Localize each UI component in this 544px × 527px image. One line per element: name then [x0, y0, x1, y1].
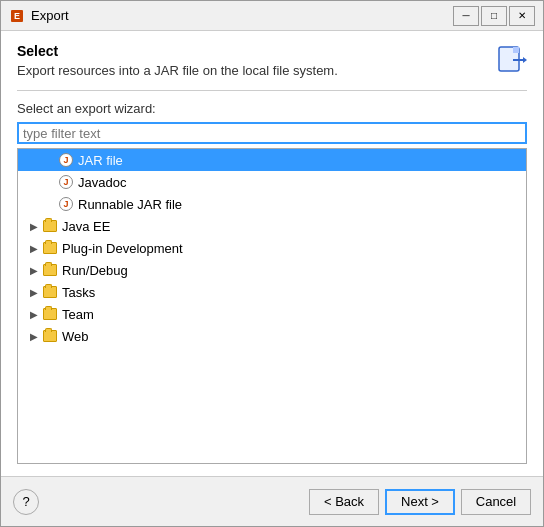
tree-item-rundebug[interactable]: ▶ Run/Debug	[18, 259, 526, 281]
header-text: Select Export resources into a JAR file …	[17, 43, 527, 90]
tree-label-rundebug: Run/Debug	[62, 263, 128, 278]
tree-item-team[interactable]: ▶ Team	[18, 303, 526, 325]
tree-label-javaee: Java EE	[62, 219, 110, 234]
tree-item-plugin[interactable]: ▶ Plug-in Development	[18, 237, 526, 259]
tree-label-team: Team	[62, 307, 94, 322]
expand-placeholder-runnable	[42, 196, 58, 212]
header-icon-area	[495, 43, 527, 75]
runnable-jar-icon: J	[58, 196, 74, 212]
header-separator	[17, 90, 527, 91]
tree-label-web: Web	[62, 329, 89, 344]
next-button[interactable]: Next >	[385, 489, 455, 515]
svg-rect-4	[513, 59, 523, 61]
jar-icon: J	[58, 152, 74, 168]
svg-text:E: E	[14, 11, 20, 21]
close-button[interactable]: ✕	[509, 6, 535, 26]
tree-label-jar: JAR file	[78, 153, 123, 168]
plugin-folder-icon	[42, 240, 58, 256]
web-folder-icon	[42, 328, 58, 344]
tree-item-javaee[interactable]: ▶ Java EE	[18, 215, 526, 237]
expand-placeholder-jar	[42, 152, 58, 168]
page-description: Export resources into a JAR file on the …	[17, 63, 527, 78]
maximize-button[interactable]: □	[481, 6, 507, 26]
help-button[interactable]: ?	[13, 489, 39, 515]
filter-input[interactable]	[17, 122, 527, 144]
svg-marker-5	[523, 57, 527, 63]
tree-label-tasks: Tasks	[62, 285, 95, 300]
cancel-button[interactable]: Cancel	[461, 489, 531, 515]
tree-item-runnable[interactable]: J Runnable JAR file	[18, 193, 526, 215]
tree-label-runnable: Runnable JAR file	[78, 197, 182, 212]
window-icon: E	[9, 8, 25, 24]
javaee-folder-icon	[42, 218, 58, 234]
expand-web[interactable]: ▶	[26, 328, 42, 344]
expand-tasks[interactable]: ▶	[26, 284, 42, 300]
tree-item-tasks[interactable]: ▶ Tasks	[18, 281, 526, 303]
window-title: Export	[31, 8, 453, 23]
team-folder-icon	[42, 306, 58, 322]
back-button[interactable]: < Back	[309, 489, 379, 515]
header-row: Select Export resources into a JAR file …	[17, 43, 527, 90]
javadoc-icon: J	[58, 174, 74, 190]
tree-label-plugin: Plug-in Development	[62, 241, 183, 256]
expand-plugin[interactable]: ▶	[26, 240, 42, 256]
footer-left: ?	[13, 489, 39, 515]
export-window: E Export ─ □ ✕ Select Export resources i…	[0, 0, 544, 527]
expand-rundebug[interactable]: ▶	[26, 262, 42, 278]
tasks-folder-icon	[42, 284, 58, 300]
footer: ? < Back Next > Cancel	[1, 476, 543, 526]
export-icon	[495, 43, 527, 75]
title-bar: E Export ─ □ ✕	[1, 1, 543, 31]
rundebug-folder-icon	[42, 262, 58, 278]
expand-placeholder-javadoc	[42, 174, 58, 190]
tree-item-web[interactable]: ▶ Web	[18, 325, 526, 347]
main-content: Select Export resources into a JAR file …	[1, 31, 543, 476]
wizard-label: Select an export wizard:	[17, 101, 527, 116]
page-title: Select	[17, 43, 527, 59]
minimize-button[interactable]: ─	[453, 6, 479, 26]
tree-item-jar[interactable]: J JAR file	[18, 149, 526, 171]
expand-javaee[interactable]: ▶	[26, 218, 42, 234]
svg-rect-3	[513, 47, 519, 53]
window-controls: ─ □ ✕	[453, 6, 535, 26]
tree-container[interactable]: J JAR file J Javadoc J Runnable JAR file	[17, 148, 527, 464]
expand-team[interactable]: ▶	[26, 306, 42, 322]
tree-label-javadoc: Javadoc	[78, 175, 126, 190]
tree-item-javadoc[interactable]: J Javadoc	[18, 171, 526, 193]
